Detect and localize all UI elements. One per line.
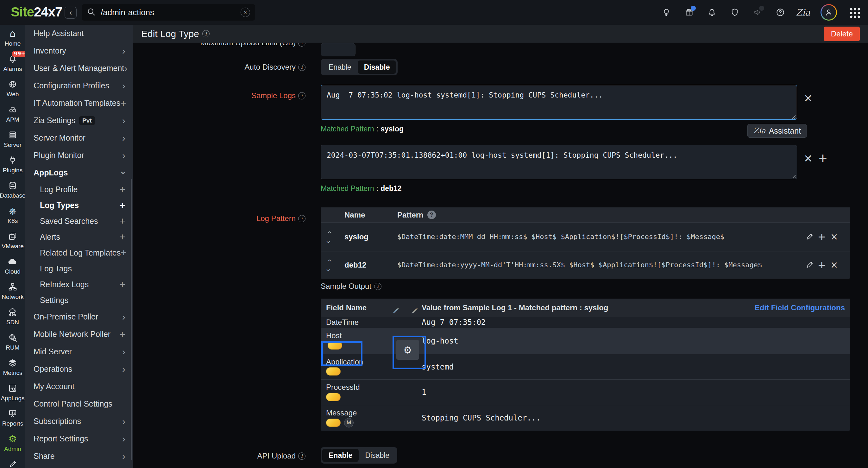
add-pattern-icon[interactable]: +: [816, 260, 827, 271]
rail-item-applogs[interactable]: AppLogs: [0, 379, 25, 405]
sidebar-item-zia-settings[interactable]: Zia SettingsPvt›: [25, 112, 133, 129]
processid-field-toggle[interactable]: [326, 393, 341, 401]
sidebar-item-log-profile[interactable]: Log Profile+: [25, 181, 133, 197]
assistant-button[interactable]: ZiaAssistant: [747, 124, 807, 138]
sidebar-item-related-log-templates[interactable]: Related Log Templates+: [25, 245, 133, 260]
edit-field-configurations-link[interactable]: Edit Field Configurations: [755, 303, 845, 312]
rail-item-metrics[interactable]: Metrics: [0, 354, 25, 379]
rail-item-reports[interactable]: Reports: [0, 405, 25, 430]
rail-item-edit[interactable]: Edit: [0, 455, 25, 468]
user-avatar[interactable]: [820, 4, 837, 21]
sidebar-item-alerts[interactable]: Alerts+: [25, 229, 133, 245]
sidebar-item-reindex-logs[interactable]: ReIndex Logs+: [25, 276, 133, 292]
remove-sample-log-1-icon[interactable]: ×: [804, 91, 812, 105]
sidebar-item-my-account[interactable]: My Account: [25, 378, 133, 395]
move-down-icon[interactable]: ›: [328, 238, 331, 246]
sidebar-item-on-premise-poller[interactable]: On-Premise Poller›: [25, 308, 133, 325]
auto-discovery-label: Auto Discoveryi: [133, 63, 306, 71]
sidebar-item-mid-server[interactable]: Mid Server›: [25, 343, 133, 360]
sidebar-item-control-panel-settings[interactable]: Control Panel Settings: [25, 395, 133, 413]
top-bar: Site24x7 ‹ × Zia: [0, 0, 868, 25]
rail-item-web[interactable]: Web: [0, 75, 25, 101]
api-upload-disable-option[interactable]: Disable: [359, 449, 396, 462]
sidebar-item-inventory[interactable]: Inventory›: [25, 42, 133, 60]
output-row-message: Message M Stopping CUPS Scheduler...: [321, 405, 850, 431]
apps-grid-icon[interactable]: [849, 7, 860, 18]
sidebar-scrollbar[interactable]: [131, 179, 132, 460]
site24x7-logo[interactable]: Site24x7: [11, 4, 62, 20]
rail-item-server[interactable]: Server: [0, 126, 25, 151]
rail-item-rum[interactable]: RUM: [0, 329, 25, 354]
sample-log-2-textarea[interactable]: 2024-03-07T07:35:01.138862+01:00 log-hos…: [321, 145, 797, 179]
sidebar-item-share[interactable]: Share›: [25, 447, 133, 465]
sidebar-item-log-types[interactable]: Log Types+: [25, 197, 133, 213]
global-search[interactable]: ×: [82, 4, 255, 21]
move-down-icon[interactable]: ›: [328, 266, 331, 274]
add-pattern-icon[interactable]: +: [816, 231, 827, 242]
info-icon[interactable]: i: [298, 453, 306, 460]
sidebar-item-configuration-profiles[interactable]: Configuration Profiles›: [25, 77, 133, 94]
rail-item-sdn[interactable]: SDN: [0, 303, 25, 329]
edit-pattern-icon[interactable]: [804, 231, 815, 242]
gift-icon[interactable]: [684, 7, 694, 18]
sidebar-item-server-monitor[interactable]: Server Monitor›: [25, 129, 133, 147]
rail-item-apm[interactable]: APM: [0, 101, 25, 126]
delete-pattern-icon[interactable]: ×: [829, 231, 839, 242]
sidebar-item-saved-searches[interactable]: Saved Searches+: [25, 213, 133, 229]
pattern-help-icon[interactable]: ?: [427, 211, 436, 219]
notifications-bell-icon[interactable]: [707, 7, 717, 18]
column-resize-grip-icon[interactable]: ⁄⁄: [412, 307, 416, 315]
collapse-panel-button[interactable]: ‹: [65, 7, 76, 19]
pvt-badge: Pvt: [79, 116, 95, 125]
rail-item-alarms[interactable]: 99+Alarms: [0, 50, 25, 75]
sidebar-item-report-settings[interactable]: Report Settings›: [25, 430, 133, 447]
sidebar-item-help-assistant[interactable]: Help Assistant: [25, 25, 133, 42]
announcements-megaphone-icon[interactable]: [752, 7, 763, 18]
sidebar-item-subscriptions[interactable]: Subscriptions›: [25, 413, 133, 430]
security-shield-icon[interactable]: [730, 7, 740, 18]
sidebar-item-operations[interactable]: Operations›: [25, 360, 133, 378]
message-field-toggle[interactable]: [326, 418, 341, 427]
rail-item-plugins[interactable]: Plugins: [0, 151, 25, 177]
edit-pattern-icon[interactable]: [804, 260, 815, 271]
delete-button[interactable]: Delete: [824, 27, 860, 41]
auto-discovery-disable-option[interactable]: Disable: [358, 60, 396, 74]
remove-sample-log-2-icon[interactable]: ×: [804, 151, 812, 165]
info-icon[interactable]: i: [298, 215, 306, 222]
column-resize-grip-icon[interactable]: ⁄⁄: [394, 307, 398, 315]
sidebar-item-user-alert-management[interactable]: User & Alert Management›: [25, 60, 133, 77]
info-icon[interactable]: i: [298, 64, 306, 71]
rail-item-home[interactable]: ⌂Home: [0, 25, 25, 50]
rail-item-network[interactable]: Network: [0, 278, 25, 303]
sidebar-item-mobile-network-poller[interactable]: Mobile Network Poller+: [25, 325, 133, 343]
api-upload-enable-option[interactable]: Enable: [322, 449, 359, 462]
move-up-icon[interactable]: ›: [328, 228, 331, 237]
sidebar-item-log-tags[interactable]: Log Tags: [25, 260, 133, 276]
info-icon[interactable]: i: [374, 283, 381, 290]
add-sample-log-icon[interactable]: +: [818, 151, 827, 165]
info-icon[interactable]: i: [298, 43, 306, 46]
rail-item-cloud[interactable]: Cloud: [0, 253, 25, 278]
idea-bulb-icon[interactable]: [661, 7, 672, 18]
info-icon[interactable]: i: [202, 30, 210, 37]
sidebar-item-settings[interactable]: Settings: [25, 292, 133, 308]
rail-item-database[interactable]: Database: [0, 177, 25, 202]
sample-log-1-textarea[interactable]: Aug 7 07:35:02 log-host systemd[1]: Stop…: [321, 85, 797, 120]
multiline-badge[interactable]: M: [344, 418, 353, 428]
zia-assistant-icon[interactable]: Zia: [798, 7, 808, 18]
help-icon[interactable]: [775, 7, 786, 18]
rail-item-k8s[interactable]: ⎈K8s: [0, 202, 25, 227]
rail-item-vmware[interactable]: VMware: [0, 227, 25, 253]
delete-pattern-icon[interactable]: ×: [829, 260, 839, 271]
move-up-icon[interactable]: ›: [328, 256, 331, 265]
sidebar-item-it-automation-templates[interactable]: IT Automation Templates+: [25, 94, 133, 112]
sidebar-item-plugin-monitor[interactable]: Plugin Monitor›: [25, 147, 133, 164]
clear-search-icon[interactable]: ×: [241, 8, 250, 17]
rail-item-admin[interactable]: ⚙Admin: [0, 430, 25, 455]
max-upload-limit-input[interactable]: [321, 43, 355, 56]
sidebar-item-applogs[interactable]: AppLogs›: [25, 164, 133, 181]
search-input[interactable]: [100, 7, 241, 18]
application-field-toggle[interactable]: [326, 367, 341, 376]
info-icon[interactable]: i: [298, 92, 306, 99]
auto-discovery-enable-option[interactable]: Enable: [322, 60, 358, 74]
